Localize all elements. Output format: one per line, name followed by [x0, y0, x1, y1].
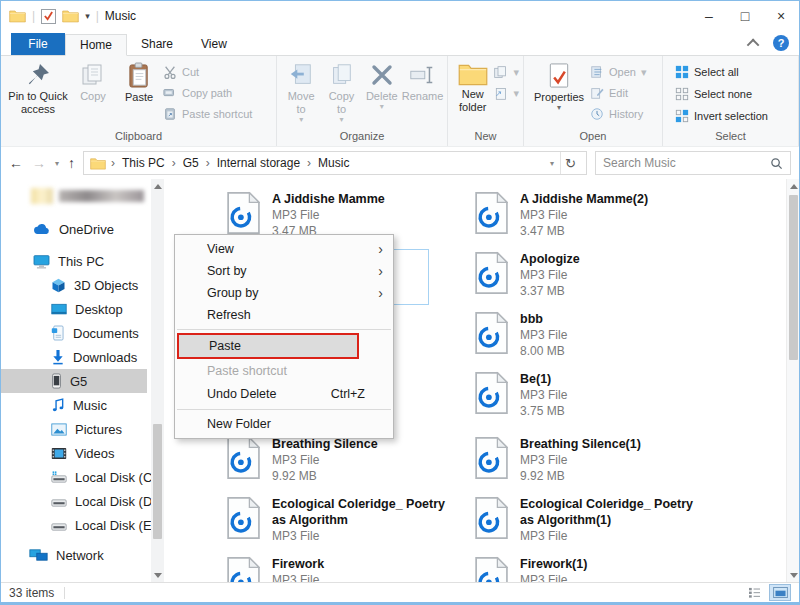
cut-button: Cut: [163, 63, 252, 81]
file-item[interactable]: A Jiddishe Mamme MP3 File 3.47 MB: [226, 191, 452, 239]
tab-home[interactable]: Home: [65, 34, 127, 56]
recent-locations-icon[interactable]: ▾: [55, 159, 59, 168]
sidebar-item-local-disk-d[interactable]: Local Disk (D:): [1, 489, 164, 513]
context-menu-item-paste[interactable]: Paste: [177, 333, 359, 359]
select-all-button[interactable]: Select all: [675, 63, 768, 81]
sidebar-scrollbar[interactable]: [151, 179, 164, 582]
breadcrumb[interactable]: › This PC › G5 › Internal storage › Musi…: [83, 151, 587, 175]
edit-button: Edit: [590, 84, 646, 102]
context-menu-item-view[interactable]: View ›: [175, 238, 393, 260]
context-menu-item-sort-by[interactable]: Sort by ›: [175, 260, 393, 282]
select-none-button[interactable]: Select none: [675, 85, 768, 103]
file-item[interactable]: A Jiddishe Mamme(2) MP3 File 3.47 MB: [474, 191, 700, 239]
help-icon[interactable]: ?: [773, 35, 789, 51]
sidebar-item-network[interactable]: Network: [1, 543, 164, 567]
invert-selection-button[interactable]: Invert selection: [675, 107, 768, 125]
sidebar-item-local-disk-c[interactable]: Local Disk (C:): [1, 465, 164, 489]
crumb-music[interactable]: Music: [316, 156, 351, 170]
new-folder-qat-icon[interactable]: [62, 9, 79, 23]
crumb-this-pc[interactable]: This PC: [120, 156, 167, 170]
mp3-file-icon: [226, 436, 260, 480]
folder-icon[interactable]: [9, 9, 26, 23]
sidebar-item-this-pc[interactable]: This PC: [1, 249, 164, 273]
crumb-g5[interactable]: G5: [181, 156, 201, 170]
pin-to-quick-access-button[interactable]: Pin to Quick access: [5, 59, 71, 118]
sidebar-item-pictures[interactable]: Pictures: [1, 417, 164, 441]
dropdown-caret-icon: ▾: [641, 66, 647, 79]
tab-file[interactable]: File: [11, 33, 65, 55]
search-icon[interactable]: [770, 157, 783, 170]
file-item[interactable]: Breathing Silence(1) MP3 File 9.92 MB: [474, 436, 700, 484]
sidebar-item-desktop[interactable]: Desktop: [1, 297, 164, 321]
file-item[interactable]: Breathing Silence MP3 File 9.92 MB: [226, 436, 452, 484]
main-area: OneDrive This PC 3D Objects: [1, 179, 799, 582]
up-icon[interactable]: ↑: [68, 155, 75, 171]
sidebar-item-music[interactable]: Music: [1, 393, 164, 417]
back-icon[interactable]: ←: [9, 155, 23, 171]
redacted-quick-access-item[interactable]: [31, 185, 144, 207]
context-menu-item-undo-delete[interactable]: Undo Delete Ctrl+Z: [175, 382, 393, 406]
search-input[interactable]: [603, 156, 770, 170]
ribbon: Pin to Quick access Copy: [1, 56, 799, 146]
new-folder-button[interactable]: New folder: [452, 59, 493, 116]
context-menu-item-group-by[interactable]: Group by ›: [175, 282, 393, 304]
mp3-file-icon: [474, 191, 508, 235]
forward-icon: →: [32, 155, 46, 171]
thumbnail-view-button[interactable]: [769, 584, 791, 601]
sidebar-item-local-disk-e[interactable]: Local Disk (E:): [1, 513, 164, 537]
sidebar-item-onedrive[interactable]: OneDrive: [1, 217, 164, 241]
scroll-down-icon[interactable]: [151, 568, 164, 582]
maximize-button[interactable]: □: [727, 1, 763, 31]
properties-qat-icon[interactable]: [41, 9, 56, 24]
scroll-down-icon[interactable]: [787, 568, 799, 582]
address-bar: ← → ▾ ↑ › This PC › G5 › Internal storag…: [1, 146, 799, 179]
sidebar-item-videos[interactable]: Videos: [1, 441, 164, 465]
file-item[interactable]: Apologize MP3 File 3.37 MB: [474, 251, 700, 299]
file-item[interactable]: Firework MP3 File: [226, 556, 452, 582]
group-label-organize: Organize: [277, 130, 447, 146]
tab-share[interactable]: Share: [127, 33, 187, 55]
mp3-file-icon: [474, 496, 508, 540]
search-box[interactable]: [595, 151, 791, 175]
dropdown-caret-icon: ▾: [380, 103, 384, 111]
qat-dropdown-icon[interactable]: ▾: [85, 11, 90, 21]
collapse-ribbon-icon[interactable]: [747, 38, 760, 51]
properties-button[interactable]: Properties ▾: [528, 59, 590, 114]
file-item[interactable]: Be(1) MP3 File 3.75 MB: [474, 371, 700, 419]
sidebar-scrollbar-thumb[interactable]: [153, 424, 162, 539]
file-item[interactable]: Firework(1) MP3 File: [474, 556, 700, 582]
mp3-file-icon: [474, 251, 508, 295]
menu-separator: [177, 329, 391, 330]
content-scrollbar[interactable]: [786, 179, 799, 582]
context-menu-item-refresh[interactable]: Refresh: [175, 304, 393, 326]
minimize-button[interactable]: –: [691, 1, 727, 31]
file-item[interactable]: bbb MP3 File 8.00 MB: [474, 311, 700, 359]
content-scrollbar-thumb[interactable]: [789, 195, 798, 360]
sidebar-item-downloads[interactable]: Downloads: [1, 345, 164, 369]
tab-view[interactable]: View: [187, 33, 241, 55]
context-menu-item-new-folder[interactable]: New Folder: [175, 413, 393, 435]
close-button[interactable]: ×: [763, 1, 799, 31]
scroll-up-icon[interactable]: [151, 179, 164, 193]
sidebar-item-3d-objects[interactable]: 3D Objects: [1, 273, 164, 297]
thumbnail-view-icon: [773, 587, 788, 598]
new-item-icon: [493, 65, 508, 80]
downloads-icon: [51, 349, 65, 365]
separator: |: [32, 9, 35, 23]
easy-access-button: ▾: [493, 84, 519, 102]
ribbon-group-select: Select all Select none: [663, 56, 799, 146]
sidebar-item-documents[interactable]: Documents: [1, 321, 164, 345]
file-item[interactable]: Ecological Coleridge_ Poetry as Algorith…: [226, 496, 452, 544]
file-item[interactable]: Ecological Coleridge_ Poetry as Algorith…: [474, 496, 700, 544]
refresh-icon[interactable]: ↻: [560, 152, 580, 174]
sidebar-item-g5[interactable]: G5: [1, 369, 147, 393]
ribbon-group-organize: Move to ▾ Copy to ▾ Delete ▾: [277, 56, 448, 146]
crumb-internal-storage[interactable]: Internal storage: [215, 156, 302, 170]
details-view-button[interactable]: [743, 584, 765, 601]
mp3-file-icon: [226, 496, 260, 540]
paste-button[interactable]: Paste: [115, 59, 163, 106]
address-dropdown-icon[interactable]: ▾: [544, 152, 560, 174]
edit-icon: [590, 86, 604, 100]
scroll-up-icon[interactable]: [787, 179, 799, 193]
copy-to-button: Copy to ▾: [321, 59, 361, 126]
